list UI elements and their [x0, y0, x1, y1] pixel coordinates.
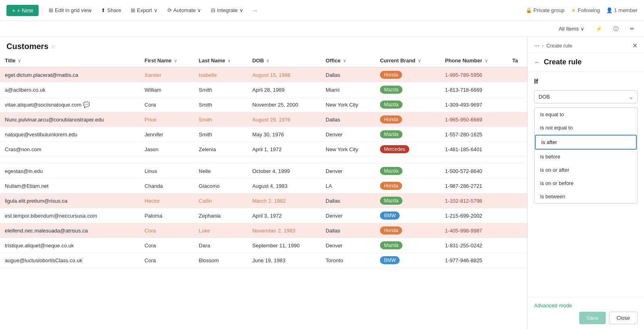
view-controls: All Items ∨ ⚡ ⓘ ✏ — [555, 24, 638, 34]
cell-firstname: Jason — [140, 142, 194, 157]
cell-brand — [375, 157, 440, 164]
advanced-mode-link[interactable]: Advanced mode — [534, 302, 638, 308]
share-icon: ⬆ — [101, 7, 105, 13]
share-button[interactable]: ⬆ Share — [98, 6, 124, 15]
cell-email: augue@luctuslobortisClass.co.uk — [0, 253, 140, 268]
filter-button[interactable]: ⚡ — [592, 24, 605, 33]
cell-brand: Honda — [375, 179, 440, 193]
info-icon: ⓘ — [613, 25, 619, 33]
cell-phone: 1-102-812-5798 — [440, 193, 508, 208]
more-button[interactable]: ··· — [250, 6, 261, 15]
comparison-is-after[interactable]: is after — [535, 135, 637, 150]
field-selector[interactable]: DOB — [534, 90, 638, 103]
table-row: eleifend.nec.malesuada@atrisus.ca Cora L… — [0, 223, 527, 238]
close-button[interactable]: Close — [609, 312, 638, 324]
table-row: Nullam@Etiam.net Chanda Giacomo August 4… — [0, 179, 527, 193]
chevron-down-icon4: ∨ — [580, 26, 584, 32]
cell-brand: Mazda — [375, 82, 440, 97]
comparison-is-not-equal[interactable]: is not equal to — [535, 121, 637, 134]
person-icon: 👤 — [606, 7, 613, 13]
comparison-is-on-or-before[interactable]: is on or before — [535, 177, 637, 190]
cell-lastname: Smith — [194, 82, 248, 97]
cell-phone: 1-965-950-6669 — [440, 112, 508, 127]
automate-button[interactable]: ⟳ Automate ∨ — [164, 6, 205, 15]
private-group: 🔒 Private group — [526, 7, 565, 13]
cell-lastname — [194, 157, 248, 164]
field-selector-wrapper[interactable]: DOB — [534, 90, 638, 103]
star-icon[interactable]: ☆ — [51, 43, 56, 50]
col-title: Title ∨ — [0, 54, 140, 67]
cell-office: Toronto — [321, 253, 375, 268]
edit-grid-label: Edit in grid view — [55, 7, 91, 13]
cell-phone: 1-481-185-6401 — [440, 142, 508, 157]
cell-lastname: Blossom — [194, 253, 248, 268]
cell-phone: 1-831-255-0242 — [440, 238, 508, 253]
chevron-down-icon3: ∨ — [239, 7, 244, 13]
brand-badge: Honda — [380, 226, 402, 234]
cell-email: egestas@in.edu — [0, 164, 140, 179]
save-button[interactable]: Save — [579, 312, 606, 324]
comparison-is-equal[interactable]: is equal to — [535, 108, 637, 121]
cell-lastname: Cailin — [194, 193, 248, 208]
export-icon: ⊞ — [131, 7, 135, 13]
divider — [42, 6, 42, 14]
cell-office: Denver — [321, 238, 375, 253]
cell-dob: October 4, 1999 — [248, 164, 321, 179]
edit-grid-button[interactable]: ⊞ Edit in grid view — [45, 6, 95, 15]
cell-office: Denver — [321, 208, 375, 223]
edit-view-button[interactable]: ✏ — [627, 24, 638, 33]
cell-ta — [508, 67, 527, 82]
cell-firstname: Cora — [140, 253, 194, 268]
col-brand: Current Brand ∨ — [375, 54, 440, 67]
new-label: + New — [17, 7, 33, 14]
cell-phone: 1-309-493-9697 — [440, 97, 508, 112]
cell-brand: Mazda — [375, 127, 440, 142]
cell-office: New York City — [321, 97, 375, 112]
integrate-button[interactable]: ⊟ Integrate ∨ — [208, 6, 246, 15]
cell-firstname — [140, 157, 194, 164]
grid-icon: ⊞ — [49, 7, 53, 13]
cell-ta — [508, 127, 527, 142]
table-row: augue@luctuslobortisClass.co.uk Cora Blo… — [0, 253, 527, 268]
table-row: est.tempor.bibendum@neccursusa.com Palom… — [0, 208, 527, 223]
cell-brand: BMW — [375, 208, 440, 223]
info-button[interactable]: ⓘ — [610, 24, 622, 34]
customers-table: Title ∨ First Name ∨ Last Name ∨ DOB ∨ O… — [0, 54, 527, 268]
panel-title: Create rule — [544, 58, 582, 66]
all-items-button[interactable]: All Items ∨ — [555, 24, 588, 33]
cell-phone: 1-995-789-5956 — [440, 67, 508, 82]
panel-close-button[interactable]: ✕ — [632, 42, 638, 49]
cell-office: Dallas — [321, 112, 375, 127]
table-row: tristique.aliquet@neque.co.uk Cora Dara … — [0, 238, 527, 253]
cell-dob: August 4, 1983 — [248, 179, 321, 193]
integrate-label: Integrate — [217, 7, 237, 13]
new-button[interactable]: + + New — [6, 5, 39, 16]
cell-office: Dallas — [321, 223, 375, 238]
export-button[interactable]: ⊞ Export ∨ — [128, 6, 161, 15]
cell-lastname: Smith — [194, 127, 248, 142]
cell-firstname: Cora — [140, 223, 194, 238]
cell-phone: 1-977-946-8825 — [440, 253, 508, 268]
comparison-is-between[interactable]: is between — [535, 190, 637, 203]
cell-firstname: Xander — [140, 67, 194, 82]
cell-email — [0, 157, 140, 164]
table-row: Cras@non.com Jason Zelenia April 1, 1972… — [0, 142, 527, 157]
cell-brand: BMW — [375, 253, 440, 268]
cell-brand: Mazda — [375, 164, 440, 179]
panel-back-button[interactable]: ← — [534, 59, 541, 66]
cell-dob: June 19, 1983 — [248, 253, 321, 268]
automate-label: Automate — [173, 7, 196, 13]
cell-office: Miami — [321, 82, 375, 97]
chevron-down-icon: ∨ — [154, 7, 158, 13]
cell-ta — [508, 157, 527, 164]
cell-ta — [508, 253, 527, 268]
cell-brand: Honda — [375, 223, 440, 238]
brand-badge: BMW — [380, 212, 400, 220]
table-row: vitae.aliquet@sociisnatoque.com 💬 Cora S… — [0, 97, 527, 112]
comparison-is-before[interactable]: is before — [535, 150, 637, 163]
following-button[interactable]: ★ Following — [571, 7, 600, 13]
comparison-is-on-or-after[interactable]: is on or after — [535, 163, 637, 177]
cell-ta — [508, 193, 527, 208]
more-label: ··· — [253, 7, 258, 13]
cell-office: Denver — [321, 164, 375, 179]
